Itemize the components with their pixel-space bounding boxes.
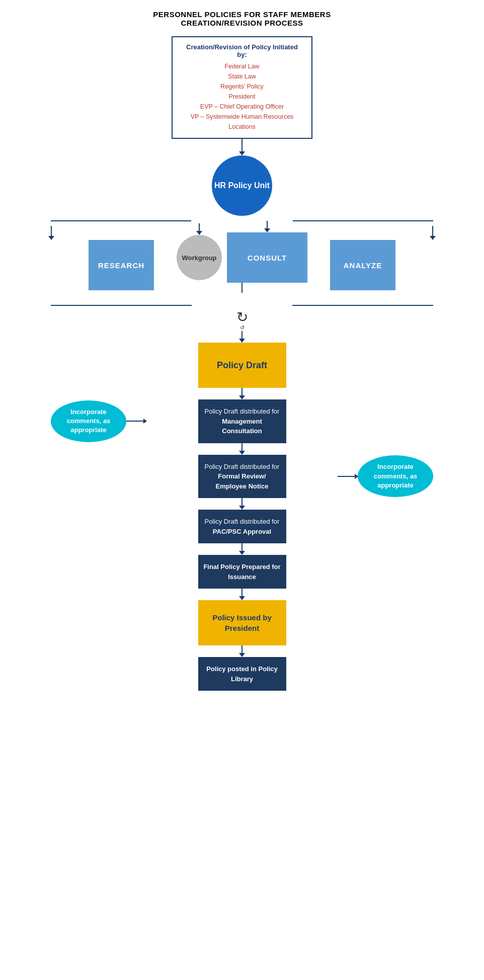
init-item-4: EVP – Chief Operating Officer bbox=[182, 102, 302, 112]
left-ellipse-section: Incorporate comments, as appropriate bbox=[51, 400, 198, 442]
arrow-tip-right bbox=[430, 236, 436, 240]
connector-to-mgmt bbox=[126, 421, 146, 422]
arrow-issued-posted bbox=[239, 645, 245, 657]
research-box: RESEARCH bbox=[89, 240, 154, 290]
init-item-1: State Law bbox=[182, 71, 302, 81]
diagram-container: PERSONNEL POLICIES FOR STAFF MEMBERS CRE… bbox=[51, 10, 433, 706]
policy-draft-box: Policy Draft bbox=[198, 343, 286, 388]
v-hr-consult bbox=[267, 221, 268, 228]
arrow-workgroup bbox=[196, 231, 202, 235]
arrow-to-draft bbox=[239, 331, 245, 343]
workgroup-circle: Workgroup bbox=[177, 235, 222, 280]
title-line1: PERSONNEL POLICIES FOR STAFF MEMBERS bbox=[153, 10, 331, 19]
v-consult-recycle bbox=[241, 283, 243, 293]
recycle-icon: ↻ bbox=[236, 310, 248, 324]
pac-plain: Policy Draft distributed for bbox=[205, 518, 280, 525]
policy-posted-box: Policy posted in Policy Library bbox=[198, 657, 286, 691]
incorporate-comments-1: Incorporate comments, as appropriate bbox=[51, 400, 126, 442]
mgmt-plain: Policy Draft distributed for bbox=[205, 407, 280, 415]
arrow-formal-pac bbox=[239, 498, 245, 510]
policy-issued-text: Policy Issued by President bbox=[198, 612, 286, 633]
initiation-title: Creation/Revision of Policy Initiated by… bbox=[182, 43, 302, 58]
right-ellipse-section: Incorporate comments, as appropriate bbox=[286, 455, 434, 497]
policy-issued-box: Policy Issued by President bbox=[198, 600, 286, 645]
title-line2: CREATION/REVISION PROCESS bbox=[181, 19, 303, 27]
recycle-arrows: ↺ bbox=[240, 324, 245, 331]
arrow-right-1 bbox=[143, 419, 147, 424]
center-column: Workgroup CONSULT bbox=[192, 216, 292, 310]
pac-approval-box: Policy Draft distributed for PAC/PSC App… bbox=[198, 510, 286, 543]
arrow-tip-1 bbox=[239, 151, 245, 155]
arrow-pac-final bbox=[239, 543, 245, 555]
arrow-init-hr bbox=[241, 139, 243, 151]
h-line-right-bottom bbox=[292, 305, 433, 306]
h-line-right bbox=[293, 220, 433, 221]
mgmt-consultation-row: Incorporate comments, as appropriate Pol… bbox=[51, 399, 433, 443]
arrow-mgmt-formal bbox=[239, 443, 245, 455]
arrow-draft-mgmt bbox=[239, 388, 245, 399]
init-item-3: President bbox=[182, 92, 302, 102]
init-item-5: VP – Systemwide Human Resources bbox=[182, 112, 302, 122]
v-line-right bbox=[432, 226, 433, 236]
v-hr-workgroup bbox=[199, 223, 200, 231]
final-policy-box: Final Policy Prepared for Issuance bbox=[198, 555, 286, 589]
arrow-right-2 bbox=[355, 474, 358, 479]
title: PERSONNEL POLICIES FOR STAFF MEMBERS CRE… bbox=[153, 10, 331, 36]
mgmt-consultation-box: Policy Draft distributed for Management … bbox=[198, 399, 286, 443]
init-item-2: Regents' Policy bbox=[182, 81, 302, 92]
final-policy-text: Final Policy Prepared for Issuance bbox=[203, 563, 280, 581]
mgmt-bold: Management Consultation bbox=[222, 418, 262, 435]
formal-review-box: Policy Draft distributed for Formal Revi… bbox=[198, 455, 286, 499]
left-column: RESEARCH bbox=[51, 216, 192, 310]
v-line-left bbox=[51, 226, 52, 236]
pac-bold: PAC/PSC Approval bbox=[213, 528, 271, 535]
arrow-final-issued bbox=[239, 589, 245, 600]
init-item-0: Federal Law bbox=[182, 61, 302, 71]
recycle-section: ↻ ↺ bbox=[236, 310, 248, 331]
policy-posted-text: Policy posted in Policy Library bbox=[206, 665, 278, 683]
analyze-box: ANALYZE bbox=[330, 240, 395, 290]
arrow-tip-left bbox=[48, 236, 54, 240]
h-line-left-bottom bbox=[51, 305, 192, 306]
formal-review-row: Policy Draft distributed for Formal Revi… bbox=[51, 455, 433, 499]
init-item-6: Locations bbox=[182, 122, 302, 132]
hr-policy-unit: HR Policy Unit bbox=[212, 155, 272, 216]
connector-to-formal bbox=[338, 476, 358, 477]
incorporate-comments-2: Incorporate comments, as appropriate bbox=[358, 455, 433, 497]
formal-bold: Formal Review/ Employee Notice bbox=[216, 472, 269, 490]
right-column: ANALYZE bbox=[292, 216, 433, 310]
h-line-left bbox=[51, 220, 191, 221]
formal-plain: Policy Draft distributed for bbox=[205, 463, 280, 470]
initiation-box: Creation/Revision of Policy Initiated by… bbox=[172, 36, 312, 139]
arrow-consult bbox=[264, 228, 270, 232]
